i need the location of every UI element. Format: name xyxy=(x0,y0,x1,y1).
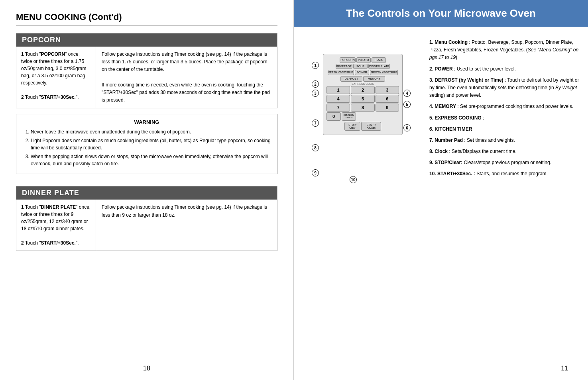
desc-1: 1. Menu Cooking : Potato, Beverage, Soup… xyxy=(429,39,580,62)
defrost-memory-row: DEFROST MEMORY xyxy=(326,76,399,82)
btn-soup[interactable]: SOUP xyxy=(353,64,368,69)
popcorn-right-instructions: Follow package instructions using Timer … xyxy=(96,47,277,108)
callout-8: 8 xyxy=(312,144,319,151)
desc-6-label: KITCHEN TIMER xyxy=(435,126,472,132)
right-page: The Controls on Your Microwave Oven 1 2 … xyxy=(294,0,588,380)
left-page-number: 18 xyxy=(143,365,150,372)
btn-beverage[interactable]: BEVERAGE xyxy=(336,64,353,69)
desc-5-label: EXPRESS COOKING xyxy=(435,115,481,121)
popcorn-left-instructions: 1 Touch "POPCORN" once, twice or three t… xyxy=(16,47,96,108)
btn-4[interactable]: 4 xyxy=(326,95,350,103)
callout-6: 6 xyxy=(403,124,411,131)
desc-10-label: START/+30Sec. : xyxy=(437,171,475,176)
callout-2: 2 xyxy=(312,80,319,88)
btn-popcorn[interactable]: POPCORN xyxy=(340,57,355,63)
desc-5: 5. EXPRESS COOKING : xyxy=(429,114,580,122)
btn-stop-clear[interactable]: STOP/Clear xyxy=(344,122,360,131)
btn-memory[interactable]: MEMORY xyxy=(363,76,385,82)
menu-row-2: BEVERAGE SOUP DINNER PLATE xyxy=(326,64,399,69)
callout-7: 7 xyxy=(312,119,319,127)
dinner-plate-right-instructions: Follow package instructions using Timer … xyxy=(96,200,277,251)
btn-1[interactable]: 1 xyxy=(326,86,350,94)
btn-5[interactable]: 5 xyxy=(351,95,374,103)
desc-8: 8. Clock : Sets/Displays the current tim… xyxy=(429,148,580,155)
popcorn-right-text2: If more cooking time is needed, even whi… xyxy=(102,81,271,104)
btn-kitchen-timer[interactable]: KITCHENTIMER xyxy=(342,112,356,121)
btn-zero[interactable]: 0 xyxy=(326,112,341,121)
desc-7: 7. Number Pad : Set times and weights. xyxy=(429,137,580,144)
btn-defrost[interactable]: DEFROST xyxy=(340,76,362,82)
warning-item-3: When the popping action slows down or st… xyxy=(31,153,271,167)
btn-potato[interactable]: POTATO xyxy=(356,57,371,63)
btn-7[interactable]: 7 xyxy=(326,104,350,112)
menu-row-1: POPCORN POTATO PIZZA xyxy=(326,57,399,63)
menu-row-3: FRESH VEGETABLE POWER FROZEN VEGETABLE xyxy=(326,70,399,75)
desc-2-label: POWER xyxy=(435,66,452,72)
zero-kitchen-row: 0 KITCHENTIMER xyxy=(326,112,399,121)
warning-list: Never leave the microwave oven unattende… xyxy=(23,128,271,167)
btn-fresh-veg[interactable]: FRESH VEGETABLE xyxy=(328,70,354,75)
descriptions-area: 1. Menu Cooking : Potato, Beverage, Soup… xyxy=(421,39,580,214)
btn-power[interactable]: POWER xyxy=(355,70,369,75)
desc-10: 10. START/+30Sec. : Starts, and resumes … xyxy=(429,170,580,178)
diagram-area: 1 2 3 4 5 6 7 8 9 xyxy=(302,39,421,214)
callout-5: 5 xyxy=(403,101,411,108)
desc-8-text: : Sets/Displays the current time. xyxy=(448,149,517,154)
express-cook-label: EXPRESS COOK xyxy=(326,82,399,85)
desc-7-label: Number Pad xyxy=(435,137,463,143)
btn-6[interactable]: 6 xyxy=(376,95,399,103)
btn-pizza[interactable]: PIZZA xyxy=(372,57,386,63)
btn-9[interactable]: 9 xyxy=(376,104,399,112)
dinner-plate-header: DINNER PLATE xyxy=(16,186,277,200)
left-page-title: MENU COOKING (Cont'd) xyxy=(16,12,277,26)
desc-9: 9. STOP/Clear: Clears/stops previous pro… xyxy=(429,159,580,166)
callout-4: 4 xyxy=(403,90,411,97)
btn-8[interactable]: 8 xyxy=(351,104,374,112)
stop-start-row: STOP/Clear START/+30Sec xyxy=(326,122,399,131)
warning-title: WARNING xyxy=(23,119,271,125)
callout-10: 10 xyxy=(350,176,357,183)
desc-9-text: Clears/stops previous program or setting… xyxy=(462,160,551,165)
desc-3: 3. DEFROST (by Weight or Time) : Touch t… xyxy=(429,76,580,100)
popcorn-right-text1: Follow package instructions using Timer … xyxy=(102,51,271,74)
right-page-title: The Controls on Your Microwave Oven xyxy=(294,0,588,27)
btn-frozen-veg[interactable]: FROZEN VEGETABLE xyxy=(370,70,398,75)
desc-5-text: : xyxy=(482,115,484,121)
callout-3: 3 xyxy=(312,90,319,97)
dinner-plate-step2: 2 Touch "START/+30Sec.". xyxy=(21,239,91,247)
desc-6: 6. KITCHEN TIMER xyxy=(429,125,580,133)
desc-10-text: Starts, and resumes the program. xyxy=(475,171,548,176)
dinner-plate-step1: 1 Touch "DINNER PLATE" once, twice or th… xyxy=(21,204,91,232)
numpad: 1 2 3 4 5 6 7 8 9 xyxy=(326,86,399,112)
desc-1-label: Menu Cooking xyxy=(435,39,468,45)
dinner-plate-left-instructions: 1 Touch "DINNER PLATE" once, twice or th… xyxy=(16,200,96,251)
popcorn-section: POPCORN 1 Touch "POPCORN" once, twice or… xyxy=(16,33,277,108)
btn-start[interactable]: START/+30Sec xyxy=(361,122,381,131)
right-page-number: 11 xyxy=(561,365,568,372)
dinner-plate-right-text1: Follow package instructions using Timer … xyxy=(102,204,271,219)
callout-9: 9 xyxy=(312,169,319,176)
desc-4-label: MEMORY xyxy=(435,104,456,109)
popcorn-step1: 1 Touch "POPCORN" once, twice or three t… xyxy=(21,51,91,86)
desc-4: 4. MEMORY : Set pre-programmed cooking t… xyxy=(429,103,580,110)
left-page: MENU COOKING (Cont'd) POPCORN 1 Touch "P… xyxy=(0,0,294,380)
btn-dinner-plate[interactable]: DINNER PLATE xyxy=(368,64,390,69)
warning-item-1: Never leave the microwave oven unattende… xyxy=(31,128,271,135)
microwave-panel: POPCORN POTATO PIZZA BEVERAGE SOUP DINNE… xyxy=(323,54,403,135)
callout-1: 1 xyxy=(312,62,319,69)
dinner-plate-section: DINNER PLATE 1 Touch "DINNER PLATE" once… xyxy=(16,186,277,251)
desc-8-label: Clock xyxy=(435,149,448,154)
desc-3-label: DEFROST (by Weight or Time) xyxy=(435,77,503,83)
warning-item-2: Light Popcorn does not contain as much c… xyxy=(31,137,271,151)
btn-2[interactable]: 2 xyxy=(351,86,374,94)
popcorn-header: POPCORN xyxy=(16,33,277,47)
desc-2: 2. POWER : Used to set the power level. xyxy=(429,65,580,73)
btn-3[interactable]: 3 xyxy=(376,86,399,94)
desc-2-text: : Used to set the power level. xyxy=(453,66,516,72)
desc-9-label: STOP/Clear: xyxy=(435,160,462,165)
warning-box: WARNING Never leave the microwave oven u… xyxy=(16,114,277,174)
right-content: 1 2 3 4 5 6 7 8 9 xyxy=(294,39,588,214)
desc-4-text: : Set pre-programmed cooking times and p… xyxy=(456,104,573,109)
desc-7-text: : Set times and weights. xyxy=(463,137,515,143)
popcorn-step2: 2 Touch "START/+30Sec.". xyxy=(21,94,91,101)
